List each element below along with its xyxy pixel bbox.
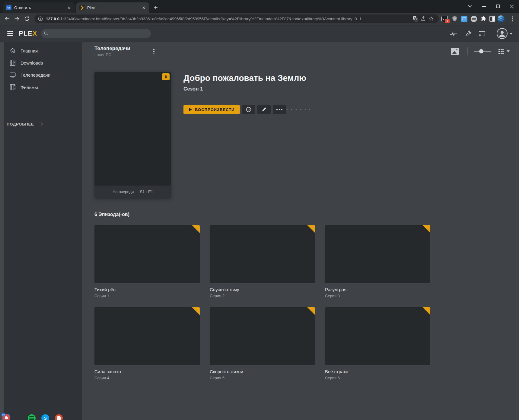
bookmark-button[interactable] [427,15,435,23]
library-title[interactable]: Телепередачи [94,46,130,52]
tab-title: Ответить [14,5,64,10]
taskbar-app-icon[interactable] [55,414,63,420]
more-actions-button[interactable] [273,105,286,114]
episode-thumbnail[interactable] [94,307,200,365]
episode-thumbnail[interactable] [325,307,430,365]
forward-button[interactable] [12,14,21,23]
account-button[interactable] [497,28,508,39]
show-title: Добро пожаловать на Землю [183,73,306,83]
unwatched-flag-icon [422,307,430,315]
taskbar-weather-icon[interactable]: 36 [2,414,10,420]
episode-title[interactable]: Сила запаха [94,369,200,374]
share-button[interactable] [419,15,427,23]
reload-button[interactable] [22,14,31,23]
robot-extension-button[interactable] [469,14,478,23]
plex-favicon-icon [79,5,84,10]
poster-size-slider[interactable] [474,49,491,53]
episode-thumbnail[interactable] [325,225,430,283]
screen: OS Ответить Plex [0,0,519,420]
slider-knob[interactable] [479,49,483,53]
episode-thumbnail[interactable] [210,307,315,365]
address-bar[interactable]: 127.0.0.1:32400/web/index.html#!/server/… [34,14,439,23]
window-minimize-button[interactable] [479,2,489,11]
episode-thumbnail[interactable] [210,225,315,283]
adblock-extension-button[interactable]: 1 [440,14,449,23]
mark-watched-button[interactable] [242,105,255,114]
episodes-heading: 6 Эпизода(-ов) [94,212,129,217]
side-panel-button[interactable] [488,14,497,23]
plus-icon [154,5,158,10]
extensions-menu-button[interactable] [479,14,488,23]
account-caret-button[interactable] [509,29,514,38]
translate-button[interactable] [412,15,419,23]
settings-button[interactable] [464,29,473,38]
ft-extension-button[interactable]: FT [460,14,469,23]
sidebar-item-movies[interactable]: Фильмы [4,81,82,93]
sidebar-more-button[interactable]: ПОДРОБНЕЕ [7,122,44,126]
episode-title[interactable]: Вне страха [325,369,430,374]
sidebar-item-downloads[interactable]: Downloads [4,57,82,69]
browser-tab-reply[interactable]: OS Ответить [3,2,75,13]
chevron-down-icon [468,5,472,8]
episode-title[interactable]: Скорость жизни [210,369,315,374]
poster-toggle-button[interactable] [451,48,459,55]
puzzle-icon [480,16,486,22]
search-input[interactable] [51,31,142,36]
episode-card[interactable]: Скорость жизни Серия 5 [210,307,315,380]
library-more-button[interactable] [151,48,156,55]
chevron-right-icon [39,122,44,126]
season-poster-card[interactable]: 6 На очереди — S1 · E1 [94,72,171,198]
view-caret-button[interactable] [507,50,510,52]
back-button[interactable] [3,14,12,23]
episode-card[interactable]: Вне страха Серия 6 [325,307,430,380]
cast-button[interactable] [477,29,486,38]
new-tab-button[interactable] [152,4,160,11]
search-bar[interactable] [41,29,151,38]
star-icon [428,16,434,21]
browser-tabstrip: OS Ответить Plex [0,0,519,13]
kebab-menu-icon [512,16,513,21]
site-info-icon[interactable] [38,16,43,21]
episode-number: Серия 6 [325,376,430,380]
url-host: 127.0.0.1 [46,17,63,21]
episode-title[interactable]: Спуск во тьму [210,287,315,292]
loading-dots [287,109,314,110]
sidebar-item-home[interactable]: Главная [4,45,82,57]
episode-thumbnail[interactable] [94,225,200,283]
browser-tab-plex[interactable]: Plex [76,2,149,13]
hamburger-menu-button[interactable] [7,30,14,37]
episode-card[interactable]: Разум роя Серия 3 [325,225,430,298]
shield-check-icon [451,15,458,22]
browser-profile-button[interactable] [496,14,505,23]
window-close-button[interactable] [507,2,517,11]
shield-extension-button[interactable] [450,14,459,23]
image-icon [451,48,459,55]
season-poster[interactable]: 6 [94,72,171,186]
tab-close-icon[interactable] [66,5,72,10]
episode-card[interactable]: Спуск во тьму Серия 2 [210,225,315,298]
episode-card[interactable]: Сила запаха Серия 4 [94,307,200,380]
play-button[interactable]: ВОСПРОИЗВЕСТИ [183,105,240,114]
browser-menu-button[interactable] [508,14,517,23]
episode-title[interactable]: Тихий рёв [94,287,200,292]
minimize-icon [482,6,486,7]
back-arrow-icon [5,16,10,21]
taskbar-spotify-icon[interactable] [28,414,36,420]
episode-number: Серия 3 [325,294,430,298]
taskbar-skype-icon[interactable]: S [41,414,49,420]
tab-close-icon[interactable] [141,5,146,10]
window-maximize-button[interactable] [493,2,503,11]
episode-title[interactable]: Разум роя [325,287,430,292]
episode-grid: Тихий рёв Серия 1 Спуск во тьму Серия 2 … [94,225,430,380]
sidebar-more-label: ПОДРОБНЕЕ [7,122,34,126]
plex-logo[interactable]: PLEX [19,30,37,37]
home-icon [9,47,16,54]
activity-button[interactable] [449,29,458,38]
unwatched-count-badge: 6 [162,73,170,80]
sidebar-item-label: Телепередачи [21,72,50,78]
episode-card[interactable]: Тихий рёв Серия 1 [94,225,200,298]
tab-search-button[interactable] [465,2,475,11]
sidebar-item-tv-shows[interactable]: Телепередачи [4,69,82,81]
edit-button[interactable] [257,105,271,114]
grid-view-icon[interactable] [498,49,504,54]
